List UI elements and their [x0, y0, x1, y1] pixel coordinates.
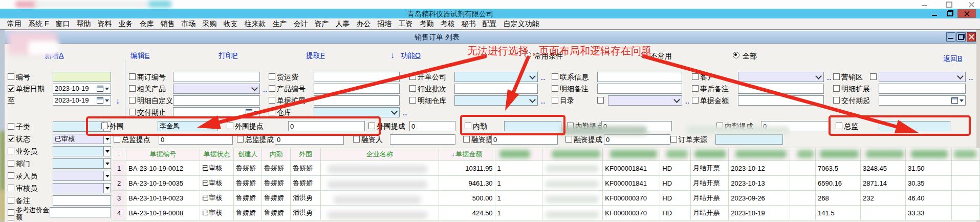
- cell-qty[interactable]: 1: [495, 176, 542, 191]
- col-censored[interactable]: [603, 148, 660, 161]
- bianhao-input[interactable]: [53, 72, 111, 82]
- shihou-beizhu-input[interactable]: [738, 84, 824, 94]
- kehu-checkbox[interactable]: [692, 73, 699, 80]
- zongjian-input[interactable]: [879, 121, 950, 131]
- chanpin-bianhao-input[interactable]: [314, 84, 400, 94]
- cell-qty[interactable]: 1: [495, 206, 542, 220]
- cell-creator[interactable]: 鲁娇娇: [233, 191, 262, 206]
- cell-neiqin[interactable]: 鲁娇娇: [262, 176, 290, 191]
- cell-tag[interactable]: HD: [660, 176, 691, 191]
- cell-v2[interactable]: 2871.14: [861, 176, 906, 191]
- cell-code[interactable]: KF000001841: [603, 176, 660, 191]
- more-button[interactable]: ..: [685, 97, 690, 105]
- shihou-beizhu-checkbox[interactable]: [692, 85, 699, 92]
- cell-billing[interactable]: 月结开票: [691, 206, 729, 220]
- menu-item[interactable]: 窗口: [55, 19, 70, 29]
- neiqin-checkbox[interactable]: [465, 123, 471, 129]
- mingxi-kuozhan-checkbox[interactable]: [833, 85, 840, 92]
- kaidan-gongsi-combobox[interactable]: [454, 72, 538, 82]
- table-row[interactable]: 1 BA-23-10-19-0012 已审核 鲁娇娇 鲁娇娇 鲁娇娇 10311…: [112, 161, 980, 176]
- lianxi-xinxi-checkbox[interactable]: [552, 73, 558, 80]
- menu-item[interactable]: 配置: [482, 19, 496, 29]
- menu-item[interactable]: 销售: [160, 19, 175, 29]
- zilei-combobox[interactable]: [53, 122, 104, 132]
- cell-amount[interactable]: 10311.95: [439, 161, 495, 176]
- shenheyuan-combobox[interactable]: [53, 183, 104, 193]
- extract-button[interactable]: 提取F: [306, 51, 325, 60]
- mulu-checkbox[interactable]: [552, 97, 558, 104]
- cankao-jinjia-input[interactable]: [50, 207, 111, 217]
- rongzi-tidian-input[interactable]: [491, 134, 558, 145]
- kaidan-gongsi-checkbox[interactable]: [409, 73, 416, 80]
- col-censored[interactable]: [542, 148, 603, 161]
- danju-jine-checkbox[interactable]: [692, 97, 699, 104]
- jiaofu-qiqi-datepicker[interactable]: [879, 95, 966, 106]
- menu-item[interactable]: 常用: [7, 19, 21, 29]
- cangku-checkbox[interactable]: [269, 109, 275, 115]
- col-censored[interactable]: [691, 148, 729, 161]
- add-button[interactable]: 新增A: [45, 51, 63, 60]
- rongziren-input[interactable]: [390, 134, 455, 145]
- cell-neiqin[interactable]: 鲁娇娇: [262, 191, 290, 206]
- table-row[interactable]: 3 BA-23-10-19-0023 已审核 鲁娇娇 鲁娇娇 潘洪勇 500.0…: [112, 191, 980, 206]
- cell-creator[interactable]: 鲁娇娇: [233, 206, 262, 220]
- mingxi-zidingyi-checkbox[interactable]: [129, 97, 136, 104]
- cell-blank[interactable]: [790, 206, 816, 220]
- kehu-combobox[interactable]: [738, 72, 824, 82]
- cell-order-no[interactable]: BA-23-10-19-0023: [126, 191, 200, 206]
- hangye-pici-input[interactable]: [454, 84, 538, 94]
- cell-amount[interactable]: 9461.30: [439, 176, 495, 191]
- cell-waiwei[interactable]: 鲁娇娇: [290, 176, 320, 191]
- xiangguan-chanpin-checkbox[interactable]: [129, 85, 136, 92]
- more-button[interactable]: ..: [263, 86, 268, 93]
- cell-date[interactable]: 2023-09-26: [729, 191, 790, 206]
- cell-date[interactable]: 2023-10-13: [729, 176, 790, 191]
- waiwei-ticheng-input[interactable]: [409, 121, 455, 131]
- cell-billing[interactable]: 月结开票: [691, 161, 729, 176]
- subwindow-close-button[interactable]: [967, 32, 976, 42]
- col-creator[interactable]: 创建人: [233, 148, 262, 161]
- danju-riqi-checkbox[interactable]: [8, 85, 14, 92]
- cell-censored[interactable]: [542, 161, 603, 176]
- jiaofu-qiqi-checkbox[interactable]: [833, 97, 840, 104]
- danju-kuozhan-input[interactable]: [314, 95, 400, 106]
- more-button[interactable]: ..: [541, 97, 546, 105]
- menu-item[interactable]: 会计: [293, 19, 308, 29]
- zongjian-tidian-input[interactable]: [159, 134, 233, 145]
- rongzi-tidian-checkbox[interactable]: [463, 136, 470, 143]
- cell-waiwei[interactable]: 鲁娇娇: [290, 161, 320, 176]
- os-maximize-button[interactable]: [945, 1, 953, 8]
- cell-tag[interactable]: HD: [660, 161, 691, 176]
- zongjian-ticheng-input[interactable]: [275, 134, 344, 145]
- print-button[interactable]: 打印P: [219, 51, 237, 60]
- cell-v2[interactable]: [861, 206, 906, 220]
- cell-order-no[interactable]: BA-23-10-19-0012: [126, 161, 200, 176]
- zongjian-tidian-checkbox[interactable]: [114, 136, 120, 143]
- cell-blank[interactable]: [951, 176, 979, 191]
- cell-tag[interactable]: HD: [660, 206, 691, 220]
- jump-down-icon[interactable]: ↓: [116, 97, 120, 105]
- cell-billing[interactable]: 月结开票: [691, 176, 729, 191]
- danju-jine-input[interactable]: [738, 95, 824, 106]
- cell-creator[interactable]: 鲁娇娇: [233, 161, 262, 176]
- lianxi-xinxi-input[interactable]: [597, 72, 682, 82]
- cell-blank[interactable]: [951, 161, 979, 176]
- menu-item[interactable]: 采购: [202, 19, 216, 29]
- col-censored[interactable]: [816, 148, 861, 161]
- cell-date[interactable]: 2023-10-12: [729, 161, 790, 176]
- cell-date[interactable]: 2023-10-19: [729, 206, 790, 220]
- menu-item[interactable]: 业务: [118, 19, 133, 29]
- cell-censored[interactable]: [542, 191, 603, 206]
- menu-item[interactable]: 资料: [97, 19, 112, 29]
- shenheyuan-checkbox[interactable]: [8, 185, 14, 191]
- menu-item[interactable]: 自定义功能: [503, 19, 539, 29]
- col-waiwei[interactable]: 外围: [290, 148, 320, 161]
- cell-blank[interactable]: [951, 191, 979, 206]
- cell-amount[interactable]: 424.50: [439, 206, 495, 220]
- function-button[interactable]: 功能O: [401, 51, 421, 60]
- neiqin-ticheng-input[interactable]: [761, 121, 829, 131]
- col-censored[interactable]: [660, 148, 691, 161]
- cell-creator[interactable]: 鲁娇娇: [233, 176, 262, 191]
- cell-status[interactable]: 已审核: [200, 161, 233, 176]
- more-button[interactable]: ..: [403, 109, 407, 117]
